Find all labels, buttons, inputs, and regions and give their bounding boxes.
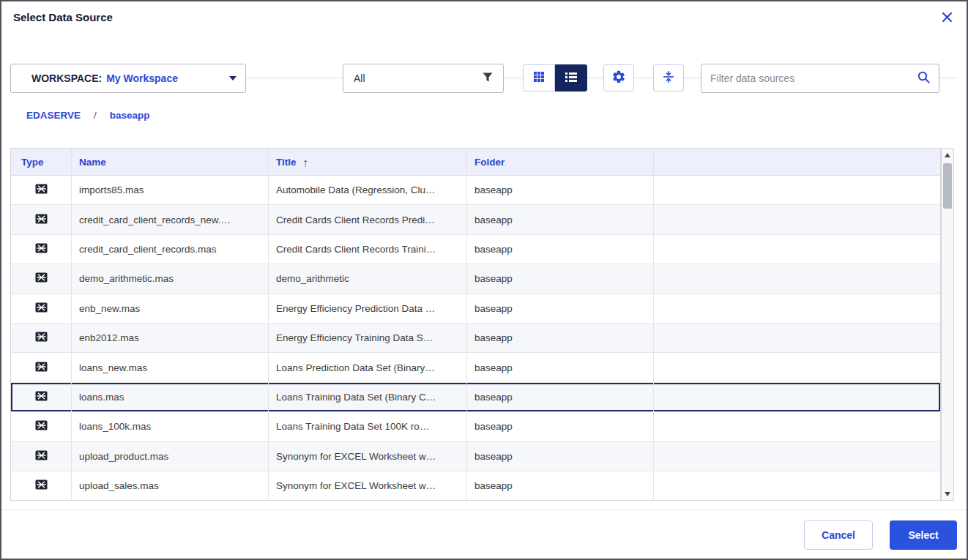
cell-empty [654,294,940,323]
synonym-icon [35,184,48,196]
cell-empty [654,324,940,352]
table-row[interactable]: upload_sales.mas Synonym for EXCEL Works… [11,471,940,501]
chevron-down-icon [229,76,237,81]
table-scrollbar[interactable] [941,148,954,501]
cell-name: loans_new.mas [72,353,269,381]
synonym-icon [35,332,48,344]
cell-folder: baseapp [467,353,654,381]
column-header-title[interactable]: Title ↑ [269,149,467,175]
list-view-button[interactable] [555,64,587,92]
cell-empty [654,205,940,234]
column-header-empty [654,149,940,175]
cell-folder: baseapp [467,442,654,471]
cell-empty [654,353,940,381]
synonym-icon [35,391,48,403]
cell-folder: baseapp [467,324,654,352]
cell-folder: baseapp [467,383,654,411]
synonym-icon [35,214,48,226]
gear-icon [611,70,626,86]
cell-name: loans.mas [72,383,269,411]
cell-folder: baseapp [467,471,654,500]
table-row[interactable]: imports85.mas Automobile Data (Regressio… [11,176,940,205]
cell-empty [654,176,940,204]
search-box [701,64,939,93]
cell-title: Energy Efficiency Training Data S… [269,324,467,352]
dialog-title: Select Data Source [13,11,113,23]
table-row[interactable]: loans_new.mas Loans Prediction Data Set … [11,353,940,382]
column-header-type[interactable]: Type [11,149,72,175]
cell-name: enb_new.mas [72,294,269,323]
cell-name: credit_card_client_records.mas [72,235,269,264]
select-data-source-dialog: Select Data Source WORKSPACE: My Workspa… [0,0,968,560]
type-filter-dropdown[interactable]: All [343,64,504,93]
scroll-up-icon [945,153,950,157]
workspace-label: WORKSPACE: [31,72,102,84]
synonym-icon [35,420,48,433]
cell-name: upload_product.mas [72,442,269,471]
column-header-name[interactable]: Name [72,149,269,175]
cell-empty [654,471,940,500]
scrollbar-thumb[interactable] [943,163,952,209]
column-header-folder[interactable]: Folder [467,149,654,175]
cell-folder: baseapp [467,264,654,293]
table-row[interactable]: credit_card_client_records.mas Credit Ca… [11,235,940,264]
table-row[interactable]: loans.mas Loans Training Data Set (Binar… [11,383,940,412]
breadcrumb-separator: / [94,110,97,121]
cell-title: Loans Prediction Data Set (Binary… [269,353,467,381]
scroll-up-button[interactable] [942,149,953,161]
close-icon [942,12,953,25]
collapse-rows-icon [662,70,675,86]
breadcrumb-folder[interactable]: baseapp [110,110,150,121]
grid-view-icon [534,72,544,84]
synonym-icon [35,302,48,315]
table-row[interactable]: enb2012.mas Energy Efficiency Training D… [11,324,940,353]
search-input[interactable] [710,72,917,84]
synonym-icon [35,243,48,255]
funnel-icon [483,72,493,84]
cell-empty [654,235,940,264]
breadcrumb-workspace[interactable]: EDASERVE [26,110,81,121]
table-row[interactable]: enb_new.mas Energy Efficiency Prediction… [11,294,940,324]
table-body: imports85.mas Automobile Data (Regressio… [11,176,940,501]
grid-view-button[interactable] [523,64,555,92]
cell-title: Loans Training Data Set 100K ro… [269,412,467,441]
cell-empty [654,442,940,471]
scroll-down-icon [945,492,950,496]
select-button[interactable]: Select [890,520,957,550]
cell-empty [654,383,940,411]
cell-folder: baseapp [467,205,654,234]
table-header: Type Name Title ↑ Folder [11,149,940,176]
breadcrumb: EDASERVE / baseapp [26,110,150,121]
collapse-rows-button[interactable] [653,64,684,92]
settings-button[interactable] [603,64,634,92]
close-button[interactable] [939,10,955,26]
cell-title: Credit Cards Client Records Predi… [269,205,467,234]
sort-ascending-icon: ↑ [303,156,309,168]
scroll-down-button[interactable] [942,488,953,500]
synonym-icon [35,272,48,285]
cancel-button[interactable]: Cancel [804,520,873,550]
footer-divider [1,509,967,510]
cell-name: imports85.mas [72,176,269,204]
view-toggle [523,64,587,92]
table-row[interactable]: credit_card_client_records_new.… Credit … [11,205,940,234]
synonym-icon [35,362,48,374]
cell-title: Synonym for EXCEL Worksheet w… [269,442,467,471]
cell-empty [654,412,940,441]
type-filter-value: All [354,72,365,84]
data-source-table: Type Name Title ↑ Folder [10,148,941,501]
workspace-dropdown[interactable]: WORKSPACE: My Workspace [10,64,246,93]
cell-title: Synonym for EXCEL Worksheet w… [269,471,467,500]
cell-folder: baseapp [467,412,654,441]
cell-folder: baseapp [467,176,654,204]
table-row[interactable]: upload_product.mas Synonym for EXCEL Wor… [11,442,940,471]
synonym-icon [35,450,48,463]
cell-name: upload_sales.mas [72,471,269,500]
table-row[interactable]: loans_100k.mas Loans Training Data Set 1… [11,412,940,441]
cell-name: loans_100k.mas [72,412,269,441]
cell-title: demo_arithmetic [269,264,467,293]
search-icon [917,71,930,86]
cell-title: Credit Cards Client Records Traini… [269,235,467,264]
synonym-icon [35,479,48,492]
table-row[interactable]: demo_arithmetic.mas demo_arithmetic base… [11,264,940,294]
